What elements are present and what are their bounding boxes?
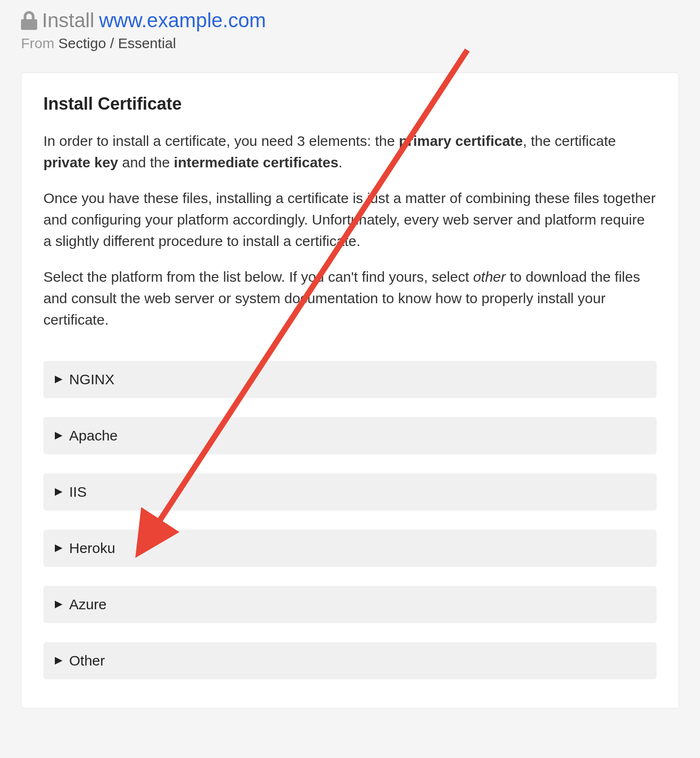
platform-label: Heroku bbox=[69, 540, 115, 556]
expand-icon bbox=[55, 601, 62, 608]
from-label: From bbox=[21, 35, 54, 51]
lock-icon bbox=[21, 11, 37, 30]
provider-name: Sectigo / Essential bbox=[58, 35, 176, 51]
install-certificate-card: Install Certificate In order to install … bbox=[21, 72, 679, 708]
intro-paragraph-3: Select the platform from the list below.… bbox=[43, 266, 657, 330]
platform-label: NGINX bbox=[69, 371, 114, 388]
platform-label: Apache bbox=[69, 428, 118, 444]
domain-link[interactable]: www.example.com bbox=[99, 9, 266, 32]
page-subtitle: From Sectigo / Essential bbox=[21, 35, 679, 51]
page-title-prefix: Install bbox=[42, 9, 94, 32]
platform-item-azure[interactable]: Azure bbox=[43, 586, 657, 623]
intro-paragraph-2: Once you have these files, installing a … bbox=[43, 187, 657, 252]
platform-label: Other bbox=[69, 653, 105, 669]
platform-item-heroku[interactable]: Heroku bbox=[43, 530, 657, 567]
intro-paragraph-1: In order to install a certificate, you n… bbox=[43, 130, 657, 173]
platform-item-other[interactable]: Other bbox=[43, 642, 657, 679]
expand-icon bbox=[55, 544, 62, 552]
expand-icon bbox=[55, 376, 62, 383]
platform-label: IIS bbox=[69, 484, 87, 500]
page-header: Install www.example.com From Sectigo / E… bbox=[0, 0, 700, 59]
platform-item-nginx[interactable]: NGINX bbox=[43, 361, 657, 398]
platform-list: NGINX Apache IIS Heroku bbox=[43, 361, 657, 679]
platform-item-apache[interactable]: Apache bbox=[43, 417, 657, 454]
card-heading: Install Certificate bbox=[43, 94, 657, 114]
page-title-row: Install www.example.com bbox=[21, 9, 679, 32]
platform-item-iis[interactable]: IIS bbox=[43, 473, 657, 511]
expand-icon bbox=[55, 657, 62, 665]
platform-label: Azure bbox=[69, 596, 106, 613]
expand-icon bbox=[55, 432, 62, 440]
expand-icon bbox=[55, 488, 62, 496]
